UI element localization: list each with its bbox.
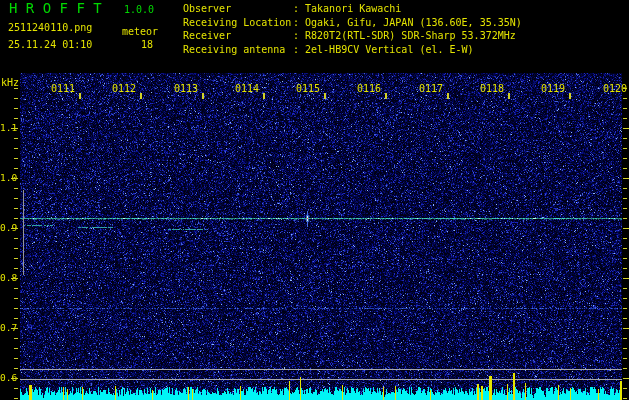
info-label: Receiving antenna: [183, 43, 293, 57]
station-info-row: Receiving antenna: 2el-HB9CV Vertical (e…: [183, 43, 522, 57]
observation-datetime: 25.11.24 01:10: [8, 39, 92, 50]
time-tick-label: 0116: [357, 83, 381, 94]
time-tick-label: 0112: [112, 83, 136, 94]
app-title: H R O F F T: [9, 1, 102, 15]
freq-tick-label: 0.7: [0, 322, 17, 333]
output-filename: 2511240110.png: [8, 22, 92, 33]
hrofft-spectrogram-screen: H R O F F T 1.0.0 2511240110.png meteor …: [0, 0, 629, 400]
freq-axis-unit-label: kHz: [1, 77, 19, 88]
time-tick-label: 0113: [174, 83, 198, 94]
info-label: Observer: [183, 2, 293, 16]
freq-tick-label: 0.6: [0, 372, 17, 383]
info-label: Receiver: [183, 29, 293, 43]
time-tick-label: 0115: [296, 83, 320, 94]
spectrogram-canvas: [0, 0, 629, 400]
info-label: Receiving Location: [183, 16, 293, 30]
app-version: 1.0.0: [124, 4, 154, 15]
time-tick-label: 0119: [541, 83, 565, 94]
station-info-row: Observer: Takanori Kawachi: [183, 2, 522, 16]
freq-tick-label: 1.0: [0, 172, 17, 183]
observation-mode: meteor: [122, 26, 158, 37]
time-tick-label: 0117: [419, 83, 443, 94]
station-info-row: Receiving Location: Ogaki, Gifu, JAPAN (…: [183, 16, 522, 30]
time-tick-label: 0114: [235, 83, 259, 94]
station-info-row: Receiver: R820T2(RTL-SDR) SDR-Sharp 53.3…: [183, 29, 522, 43]
freq-tick-label: 0.8: [0, 272, 17, 283]
time-tick-label: 0120: [603, 83, 627, 94]
freq-tick-label: 0.9: [0, 222, 17, 233]
info-value: : Takanori Kawachi: [293, 3, 401, 14]
freq-tick-label: 1.1: [0, 122, 17, 133]
info-value: : Ogaki, Gifu, JAPAN (136.60E, 35.35N): [293, 17, 522, 28]
station-info-block: Observer: Takanori KawachiReceiving Loca…: [183, 2, 522, 57]
info-value: : R820T2(RTL-SDR) SDR-Sharp 53.372MHz: [293, 30, 516, 41]
time-tick-label: 0118: [480, 83, 504, 94]
echo-count: 18: [141, 39, 153, 50]
time-tick-label: 0111: [51, 83, 75, 94]
info-value: : 2el-HB9CV Vertical (el. E-W): [293, 44, 474, 55]
